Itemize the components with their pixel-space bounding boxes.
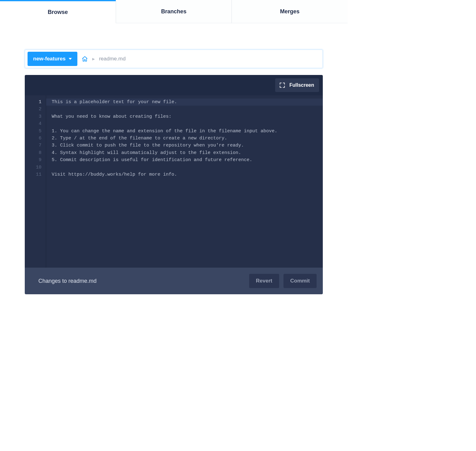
- breadcrumb: new-features ▶ readme.md: [25, 50, 323, 68]
- editor-toolbar: Fullscreen: [25, 75, 323, 95]
- code-line: 1. You can change the name and extension…: [52, 128, 317, 135]
- line-number: 10: [25, 164, 41, 171]
- line-number: 2: [25, 106, 41, 113]
- tab-label: Merges: [280, 8, 300, 15]
- line-number: 1: [25, 99, 41, 106]
- fullscreen-button[interactable]: Fullscreen: [275, 78, 319, 92]
- tab-label: Branches: [161, 8, 186, 15]
- commit-label: Commit: [290, 278, 310, 284]
- code-line: What you need to know about creating fil…: [52, 113, 317, 120]
- code-line: This is a placeholder text for your new …: [52, 99, 317, 106]
- tabs: Browse Branches Merges: [0, 0, 348, 23]
- tab-browse[interactable]: Browse: [0, 0, 116, 23]
- line-gutter: 1 2 3 4 5 6 7 8 9 10 11: [25, 95, 46, 268]
- code-line: Visit https://buddy.works/help for more …: [52, 171, 317, 178]
- revert-button[interactable]: Revert: [249, 274, 279, 288]
- code-line: [52, 164, 317, 171]
- fullscreen-icon: [279, 82, 286, 89]
- code-line: 5. Commit description is useful for iden…: [52, 156, 317, 164]
- footer-actions: Revert Commit: [249, 274, 317, 288]
- breadcrumb-file: readme.md: [99, 56, 126, 62]
- breadcrumb-separator-icon: ▶: [92, 57, 95, 61]
- branch-name: new-features: [33, 56, 66, 62]
- tab-label: Browse: [48, 9, 68, 15]
- line-number: 6: [25, 135, 41, 142]
- home-icon[interactable]: [82, 56, 88, 62]
- commit-button[interactable]: Commit: [283, 274, 317, 288]
- code-line: 4. Syntax highlight will automatically a…: [52, 149, 317, 156]
- code-line: [52, 120, 317, 127]
- tab-merges[interactable]: Merges: [232, 0, 348, 23]
- line-number: 4: [25, 120, 41, 127]
- changes-label: Changes to readme.md: [38, 278, 97, 284]
- code-line: 2. Type / at the end of the filename to …: [52, 135, 317, 142]
- code-editor: Fullscreen 1 2 3 4 5 6 7 8 9 10 11: [25, 75, 323, 268]
- line-number: 11: [25, 171, 41, 178]
- branch-dropdown[interactable]: new-features: [28, 52, 77, 66]
- fullscreen-label: Fullscreen: [289, 82, 314, 88]
- editor-footer: Changes to readme.md Revert Commit: [25, 268, 323, 294]
- tab-branches[interactable]: Branches: [116, 0, 232, 23]
- code-area[interactable]: 1 2 3 4 5 6 7 8 9 10 11 This is a placeh…: [25, 95, 323, 268]
- line-number: 5: [25, 128, 41, 135]
- code-line: [52, 106, 317, 113]
- chevron-down-icon: [69, 58, 72, 60]
- line-number: 3: [25, 113, 41, 120]
- revert-label: Revert: [256, 278, 272, 284]
- code-line: 3. Click commit to push the file to the …: [52, 142, 317, 149]
- code-content[interactable]: This is a placeholder text for your new …: [46, 95, 323, 268]
- line-number: 7: [25, 142, 41, 149]
- line-number: 8: [25, 149, 41, 156]
- line-number: 9: [25, 156, 41, 164]
